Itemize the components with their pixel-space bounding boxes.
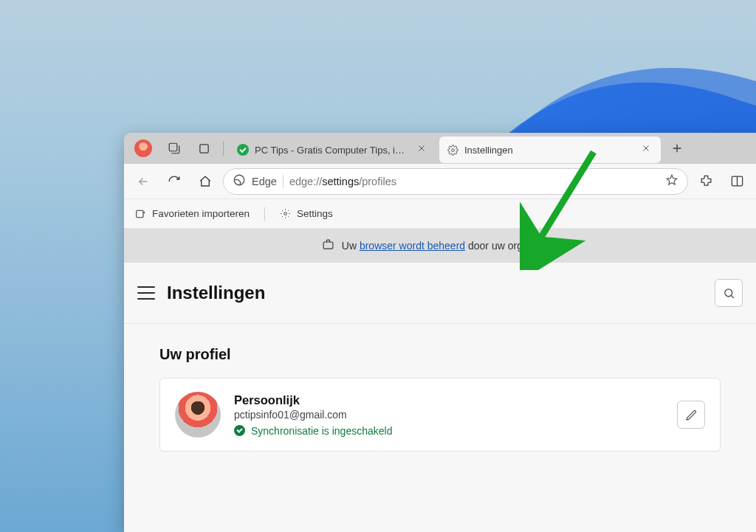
gear-icon [447,144,458,156]
managed-link[interactable]: browser wordt beheerd [360,240,465,252]
svg-rect-0 [169,143,177,151]
tab-label: PC Tips - Gratis Computer Tips, i… [255,145,411,156]
managed-banner-text: Uw browser wordt beheerd door uw organis… [342,240,558,252]
profile-avatar-button[interactable] [134,139,152,157]
search-icon [723,287,735,300]
favorite-star-icon[interactable] [665,173,678,189]
back-button[interactable] [130,168,157,195]
bookmark-settings-label: Settings [297,208,333,219]
profile-heading: Uw profiel [159,346,721,363]
tab-label: Instellingen [464,145,636,156]
workspaces-icon[interactable] [161,135,188,162]
edit-profile-button[interactable] [677,401,705,429]
svg-point-6 [284,213,287,215]
import-favorites-label: Favorieten importeren [152,208,250,219]
toolbar: Edge edge://settings/profiles [124,164,756,199]
divider [283,175,284,188]
new-tab-button[interactable] [664,142,690,154]
close-icon[interactable] [417,144,429,156]
profile-email: pctipsinfo01@gmail.com [234,409,392,421]
sync-status-label: Synchronisatie is ingeschakeld [251,425,392,437]
svg-rect-7 [323,242,333,249]
checkmark-icon [234,425,245,436]
tab-actions-icon[interactable] [190,135,217,162]
sync-status: Synchronisatie is ingeschakeld [234,425,392,437]
tab-pc-tips[interactable]: PC Tips - Gratis Computer Tips, i… [230,137,436,163]
svg-rect-1 [199,144,207,152]
import-favorites-button[interactable]: Favorieten importeren [134,208,250,220]
profile-section: Uw profiel Persoonlijk pctipsinfo01@gmai… [124,324,756,452]
url-text: edge://settings/profiles [289,176,659,187]
avatar [175,392,221,438]
divider [264,207,265,221]
svg-point-2 [451,148,454,151]
managed-banner: Uw browser wordt beheerd door uw organis… [124,229,756,263]
edge-icon [233,173,246,189]
tab-settings[interactable]: Instellingen [439,137,661,163]
profile-card: Persoonlijk pctipsinfo01@gmail.com Synch… [159,378,721,452]
briefcase-icon [322,238,334,253]
settings-content: Instellingen Uw profiel Persoonlijk pcti… [124,263,756,532]
page-title: Instellingen [167,283,265,303]
tab-strip: PC Tips - Gratis Computer Tips, i… Inste… [124,133,756,164]
extensions-icon[interactable] [693,168,719,195]
home-button[interactable] [192,168,219,195]
refresh-button[interactable] [161,168,188,195]
profile-name: Persoonlijk [234,393,392,407]
menu-icon[interactable] [137,286,155,300]
bookmarks-bar: Favorieten importeren Settings [124,199,756,229]
checkmark-icon [237,144,249,156]
close-icon[interactable] [642,144,653,156]
svg-point-8 [724,289,732,296]
address-bar[interactable]: Edge edge://settings/profiles [223,168,688,195]
divider [223,141,224,156]
settings-search[interactable] [715,279,743,307]
site-identity: Edge [252,176,277,187]
bookmark-settings[interactable]: Settings [280,208,333,219]
split-screen-icon[interactable] [724,168,750,195]
settings-header: Instellingen [124,263,756,324]
pencil-icon [685,409,698,421]
svg-rect-5 [137,210,143,217]
browser-window: PC Tips - Gratis Computer Tips, i… Inste… [124,133,756,532]
